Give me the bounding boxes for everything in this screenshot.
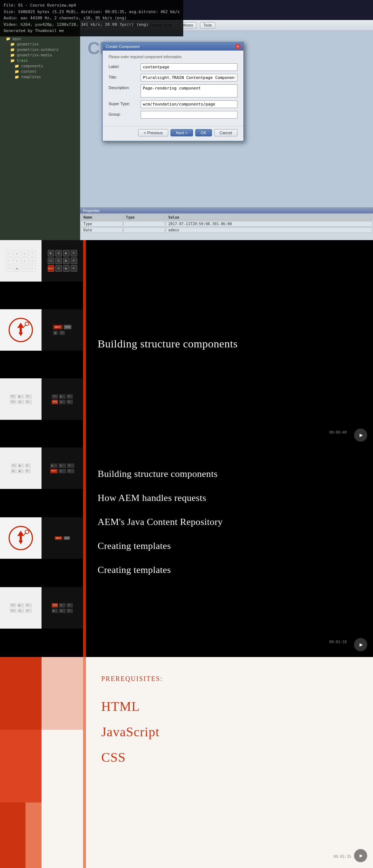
mini-icon: ▶ [21,250,28,256]
icon-cell-ml [0,309,42,351]
meta-file: File: 01 - Course Overview.mp4 [4,2,180,9]
props-cell-type-1 [123,221,165,227]
dialog-prev-button[interactable]: < Previous [138,129,168,136]
prerequisites-label: PREREQUISITES: [101,675,355,683]
overview-item-1: Building structure components [98,462,358,486]
badge-play3: ▶ [59,394,65,399]
mini-icon: 👁 [6,265,13,272]
video-metadata: File: 01 - Course Overview.mp4 Size: 548… [0,0,183,36]
tree-item-components[interactable]: 📁 components [0,63,80,69]
dialog-input-title[interactable] [141,74,237,81]
properties-table: Name Type Value Type 2017-07-11T20:59:08… [80,214,373,234]
b2: ▶ [18,463,24,468]
left-deco-panel [0,657,83,868]
dialog-cancel-button[interactable]: Cancel [214,129,237,136]
c3: 👁 [67,463,74,468]
props-cell-type-2 [123,227,165,233]
play-overlay-3[interactable]: 00:01:35 [354,849,367,862]
label-field-title: Title: [109,74,138,79]
label-field-description: Description: [109,84,138,90]
dialog-titlebar: Create Component ✕ [103,43,243,51]
tree-item-apps[interactable]: 📁 apps [0,36,80,41]
svg-line-5 [24,325,26,327]
pen-tool-svg [8,317,34,343]
dialog-instruction: Please enter required component informat… [109,55,237,59]
e3: 👁 [25,603,32,608]
dialog-input-group[interactable] [141,111,237,119]
badge-jpg2: JPG [52,394,58,399]
tree-item-geometrixx-outdoors[interactable]: 📁 geometrixx-outdoors [0,47,80,52]
dialog-next-button[interactable]: Next > [170,129,193,136]
c5: ⊞ [59,469,66,473]
dialog-input-supertype[interactable] [141,100,237,108]
play-button-3[interactable] [354,849,367,862]
mini-icon: 👁 [71,250,77,256]
crx-content: CRX Create Component ✕ Please enter requ… [80,31,373,240]
dialog-ok-button[interactable]: OK [195,129,212,136]
mini-icon: ▶ [21,258,28,264]
props-col-value: Value [166,214,372,220]
prereq-html: HTML [101,694,355,719]
time-label-1: 00:00:40 [329,430,347,434]
time-label-3: 00:01:35 [334,855,351,859]
dialog-input-label[interactable] [141,63,237,71]
icon-cell-2-bl: JPG ▶ 👁 PNG ⊞ 👁 [0,587,42,629]
props-col-name: Name [81,214,123,220]
dialog-body: Please enter required component informat… [103,51,243,126]
dialog-footer: < Previous Next > OK Cancel [103,126,243,141]
badge-eye: 👁 [59,331,65,335]
c2: ⊞ [59,463,66,468]
e1: JPG [10,603,16,608]
create-component-dialog: Create Component ✕ Please enter required… [102,42,244,142]
tree-item-geometrixx-media[interactable]: 📁 geometrixx-media [0,52,80,58]
deco-white-2 [42,803,83,868]
tree-item-content[interactable]: 📁 content [0,69,80,74]
icon-cell-2-tl: JPG ▶ 👁 ⊞ ▶ 👁 [0,447,42,489]
overview-item-2: How AEM handles requests [98,486,358,510]
svg-marker-1 [17,323,24,328]
e2: ▶ [17,603,24,608]
badge-png: PNG [10,400,16,404]
mini-icon: ⊞ [55,258,62,264]
prereqs-content: PREREQUISITES: HTML JavaScript CSS [83,657,373,868]
f4: ▶ [52,609,58,613]
crx-tools-btn[interactable]: Tools [200,22,215,28]
left-icon-panel: JPG ▶ ▶ 👁 ⊞ ▶ ▶ 👁 👁 🎮 PSD ⊞ ▶ ⊞ ▶ 👁 JP [0,240,83,447]
play-overlay-2[interactable]: 00:01:18 [354,638,367,651]
tree-item-templates[interactable]: 📁 templates [0,74,80,80]
tree-item-train[interactable]: 📁 train [0,58,80,63]
badge-eye2: 👁 [25,394,32,399]
overview-item-3: AEM's Java Content Repository [98,510,358,534]
icon-cell-2-mr: MOV PSD [42,517,83,559]
deco-white-1 [42,730,83,803]
time-label-2: 00:01:18 [329,640,347,644]
play-overlay-1[interactable]: 00:00:40 [354,429,367,442]
mini-icon: PSD [21,265,28,272]
props-cell-name-2: Date [81,227,123,233]
play-button-1[interactable] [354,429,367,442]
play-button-2[interactable] [354,638,367,651]
mini-icon: ⊞ [29,265,36,272]
badge-mov: MOV [53,325,62,329]
c4: MOV [50,469,58,473]
red-vertical-bar-2 [83,447,86,657]
overview-item-4: Creating templates [98,534,358,558]
section-prerequisites: PREREQUISITES: HTML JavaScript CSS 00:01… [0,657,373,868]
deco-red-2 [0,730,42,803]
dialog-close-button[interactable]: ✕ [235,44,240,49]
mini-icon: ▶ [48,250,54,256]
badge-play: ▶ [53,331,58,335]
badge-play2: ▶ [17,394,24,399]
mini-icon: ▶ [63,258,70,264]
deco-red-1 [0,657,42,730]
mini-icon: 🎮 [14,265,20,272]
badge-eye5: 👁 [67,400,73,404]
tree-item-geometrixx[interactable]: 📁 geometrixx [0,41,80,47]
dialog-field-group: Group: [109,111,237,119]
dialog-input-description[interactable]: Page-rendering component [141,84,237,97]
svg-marker-9 [19,541,23,544]
deco-pink-1 [42,657,83,730]
overview-item-5: Creating templates [98,558,358,582]
d2: PSD [64,536,70,540]
b1: JPG [11,463,17,468]
